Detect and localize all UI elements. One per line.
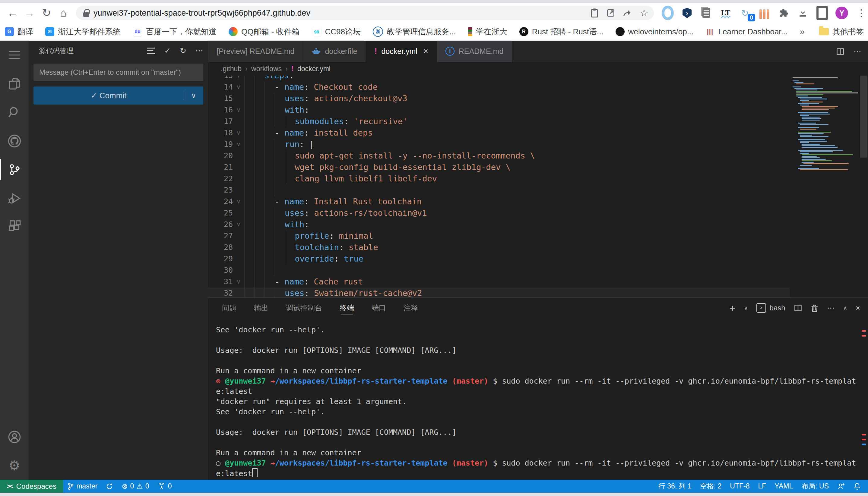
bookmark-rustcc[interactable]: RRust 招聘 - Rust语... bbox=[519, 27, 603, 37]
close-panel-icon[interactable]: × bbox=[856, 304, 860, 312]
code-line[interactable]: 13∨steps: bbox=[208, 76, 790, 81]
panel-tab-debug-console[interactable]: 调试控制台 bbox=[286, 298, 322, 318]
panel-more-icon[interactable]: ⋯ bbox=[827, 304, 835, 312]
close-tab-icon[interactable]: × bbox=[423, 47, 428, 56]
tab-dockerfile[interactable]: dockerfile bbox=[303, 41, 366, 62]
panel-tab-problems[interactable]: 问题 bbox=[222, 298, 237, 318]
forward-button[interactable]: → bbox=[21, 6, 38, 19]
code-line[interactable]: 26∨with: bbox=[208, 219, 790, 230]
minimap[interactable] bbox=[791, 77, 859, 171]
back-button[interactable]: ← bbox=[4, 6, 21, 19]
notes-extension-icon[interactable] bbox=[700, 7, 713, 19]
code-line[interactable]: 25uses: actions-rs/toolchain@v1 bbox=[208, 207, 790, 219]
refresh-badge-extension-icon[interactable]: ↻0 bbox=[739, 7, 751, 19]
code-editor[interactable]: 13∨steps:14∨- name: Checkout code15uses:… bbox=[208, 76, 868, 298]
tab-preview-readme[interactable]: [Preview] README.md bbox=[208, 41, 303, 62]
address-bar[interactable]: yunwei37-potential-space-trout-rpr5qwj66… bbox=[76, 6, 654, 20]
panel-tab-ports[interactable]: 端口 bbox=[372, 298, 386, 318]
code-line[interactable]: 32uses: Swatinem/rust-cache@v2 bbox=[208, 288, 790, 298]
bookmark-qq-mail[interactable]: QQ邮箱 - 收件箱 bbox=[229, 27, 300, 37]
bookmark-zju-mail[interactable]: ✉浙江大学邮件系统 bbox=[45, 27, 121, 37]
editor-scrollbar[interactable] bbox=[859, 76, 868, 298]
commit-button[interactable]: ✓ Commit ∨ bbox=[33, 87, 203, 105]
fold-chevron-icon[interactable]: ∨ bbox=[233, 141, 244, 148]
browser-menu-icon[interactable]: ⋮ bbox=[855, 7, 867, 19]
new-terminal-icon[interactable]: + bbox=[730, 303, 736, 313]
languagetool-extension-icon[interactable]: LT bbox=[720, 7, 732, 19]
notifications-bell[interactable] bbox=[849, 480, 865, 493]
split-terminal-icon[interactable] bbox=[794, 304, 802, 312]
bookmark-jwb[interactable]: 浙教学管理信息服务... bbox=[373, 27, 456, 37]
terminal-output[interactable]: See 'docker run --help'.Usage: docker ru… bbox=[208, 318, 868, 480]
other-bookmarks[interactable]: 其他书签 bbox=[819, 27, 864, 37]
bookmark-xzzd[interactable]: 学在浙大 bbox=[468, 27, 507, 37]
settings-gear-icon[interactable]: ⚙ bbox=[0, 451, 29, 480]
fold-chevron-icon[interactable]: ∨ bbox=[233, 129, 244, 136]
code-line[interactable]: 28toolchain: stable bbox=[208, 242, 790, 253]
fold-chevron-icon[interactable]: ∨ bbox=[233, 83, 244, 90]
fold-chevron-icon[interactable]: ∨ bbox=[233, 198, 244, 205]
browser-profile-avatar[interactable]: Y bbox=[835, 6, 848, 19]
url-text[interactable]: yunwei37-potential-space-trout-rpr5qwj66… bbox=[93, 9, 587, 18]
code-line[interactable]: 21wget pkg-config build-essential zlib1g… bbox=[208, 161, 790, 173]
code-line[interactable]: 16∨with: bbox=[208, 104, 790, 116]
code-line[interactable]: 18∨- name: install deps bbox=[208, 127, 790, 139]
sync-changes-button[interactable] bbox=[102, 480, 117, 493]
fold-chevron-icon[interactable]: ∨ bbox=[233, 106, 244, 113]
tab-readme[interactable]: i README.md bbox=[437, 41, 512, 62]
tab-docker-yml[interactable]: ! docker.yml × bbox=[366, 41, 437, 62]
code-line[interactable]: 22clang llvm libelf1 libelf-dev bbox=[208, 173, 790, 184]
bookmark-baidu[interactable]: du百度一下，你就知道 bbox=[133, 27, 216, 37]
run-debug-icon[interactable] bbox=[0, 184, 29, 213]
bookmark-star-icon[interactable]: ☆ bbox=[640, 8, 648, 18]
bookmark-learner-dashboard[interactable]: |||Learner Dashboar... bbox=[705, 27, 788, 36]
reload-button[interactable]: ↻ bbox=[38, 6, 55, 19]
code-line[interactable]: 19∨run: | bbox=[208, 139, 790, 150]
panel-tab-output[interactable]: 输出 bbox=[254, 298, 268, 318]
code-line[interactable]: 24∨- name: Install Rust toolchain bbox=[208, 196, 790, 207]
menu-hamburger-icon[interactable] bbox=[0, 41, 29, 69]
code-line[interactable]: 27profile: minimal bbox=[208, 230, 790, 242]
fold-chevron-icon[interactable]: ∨ bbox=[233, 278, 244, 285]
maximize-panel-icon[interactable]: ∧ bbox=[843, 305, 847, 311]
more-actions-icon[interactable]: ⋯ bbox=[195, 47, 203, 55]
okta-extension-icon[interactable] bbox=[662, 7, 674, 19]
language-mode[interactable]: YAML bbox=[770, 480, 797, 493]
open-in-window-icon[interactable] bbox=[607, 9, 615, 17]
source-control-icon[interactable] bbox=[0, 155, 29, 184]
commit-message-input[interactable] bbox=[33, 64, 203, 81]
reading-list-icon[interactable] bbox=[816, 7, 828, 19]
problems-indicator[interactable]: ⊗ 0 ⚠ 0 bbox=[117, 480, 153, 493]
bookmarks-overflow-chevron[interactable]: » bbox=[799, 27, 805, 37]
keyboard-layout[interactable]: 布局: US bbox=[797, 480, 833, 493]
panel-tab-terminal[interactable]: 终端 bbox=[340, 298, 354, 318]
home-button[interactable]: ⌂ bbox=[55, 6, 72, 19]
feedback-button[interactable] bbox=[833, 480, 849, 493]
account-icon[interactable] bbox=[0, 422, 29, 451]
explorer-icon[interactable] bbox=[0, 69, 29, 98]
highlighter-extension-icon[interactable] bbox=[758, 7, 770, 19]
eol-indicator[interactable]: LF bbox=[754, 480, 770, 493]
clipboard-icon[interactable] bbox=[590, 8, 599, 18]
code-line[interactable]: 15uses: actions/checkout@v3 bbox=[208, 93, 790, 104]
code-line[interactable]: 30 bbox=[208, 265, 790, 276]
commit-dropdown-chevron[interactable]: ∨ bbox=[184, 91, 203, 100]
remote-indicator-codespaces[interactable]: >< Codespaces bbox=[0, 480, 63, 493]
code-line[interactable]: 17submodules: 'recursive' bbox=[208, 116, 790, 127]
breadcrumb[interactable]: .github› workflows› ! docker.yml bbox=[208, 62, 868, 76]
editor-more-icon[interactable]: ⋯ bbox=[854, 48, 862, 56]
bookmark-weloveinterns[interactable]: weloveinterns/op... bbox=[616, 27, 694, 36]
scrollbar-thumb[interactable] bbox=[860, 76, 867, 158]
branch-indicator[interactable]: master bbox=[63, 480, 102, 493]
bookmark-translate[interactable]: G翻译 bbox=[5, 27, 33, 37]
refresh-icon[interactable]: ↻ bbox=[180, 47, 186, 55]
cursor-position[interactable]: 行 36, 列 1 bbox=[654, 480, 696, 493]
terminal-instance-bash[interactable]: > bash bbox=[757, 303, 785, 313]
commit-check-icon[interactable]: ✓ bbox=[164, 47, 171, 55]
kill-terminal-trash-icon[interactable] bbox=[811, 304, 819, 312]
terminal-dropdown-chevron[interactable]: ∨ bbox=[744, 305, 748, 311]
code-line[interactable]: 23 bbox=[208, 184, 790, 196]
downloads-icon[interactable] bbox=[797, 7, 809, 19]
indentation-indicator[interactable]: 空格: 2 bbox=[696, 480, 726, 493]
github-icon[interactable] bbox=[0, 127, 29, 155]
